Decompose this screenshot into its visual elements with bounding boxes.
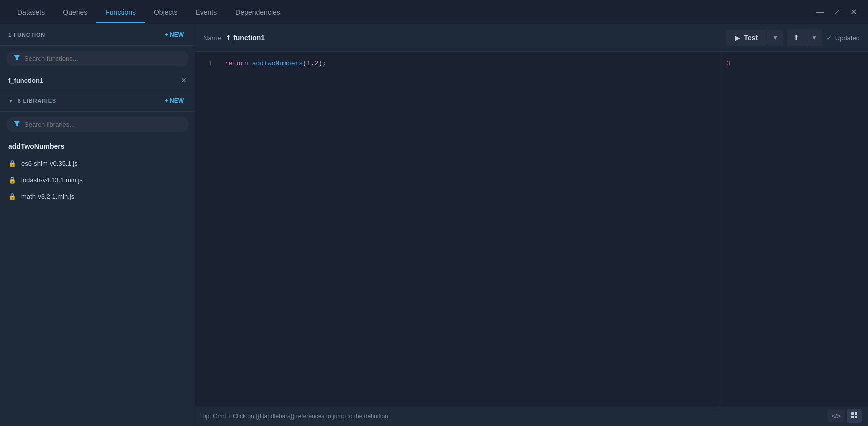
nav-item-objects[interactable]: Objects [145,1,186,23]
maximize-button[interactable]: ⤢ [831,4,843,20]
tip-text: Tip: Cmd + Click on {{Handlebars}} refer… [201,413,390,420]
minimize-button[interactable]: — [813,5,827,20]
main-content: 1 FUNCTION + NEW f_function1 ✕ [0,24,868,426]
library-list: addTwoNumbers 🔒 es6-shim-v0.35.1.js 🔒 lo… [0,137,195,426]
nav-item-functions[interactable]: Functions [96,1,145,23]
library-name-es6-shim: es6-shim-v0.35.1.js [21,160,78,167]
save-dropdown-button[interactable]: ▼ [806,30,822,45]
library-name-lodash: lodash-v4.13.1.min.js [21,176,83,184]
code-line-1[interactable]: return addTwoNumbers(1,2); [225,58,714,69]
filter-libraries-icon [13,120,20,129]
keyword-return: return [225,60,248,67]
code-view-button[interactable]: </> [827,410,845,422]
sidebar: 1 FUNCTION + NEW f_function1 ✕ [0,24,195,426]
save-button[interactable]: ⬆ [787,29,806,46]
search-functions-box [6,51,189,66]
svg-rect-4 [851,416,854,418]
svg-rect-5 [855,416,857,418]
play-icon: ▶ [735,34,740,42]
function-item-f_function1[interactable]: f_function1 ✕ [0,71,195,90]
function-list: f_function1 ✕ [0,71,195,90]
toolbar-right: ▶ Test ▼ ⬆ ▼ ✓ Updated [726,29,860,46]
code-editor-container: 1 return addTwoNumbers(1,2); 3 [195,52,868,406]
functions-header: 1 FUNCTION + NEW [0,24,195,46]
library-name-addTwoNumbers: addTwoNumbers [8,142,65,150]
line-number-1: 1 [203,58,212,69]
arg-1: 1 [307,60,311,67]
svg-marker-1 [14,121,20,126]
test-dropdown-button[interactable]: ▼ [767,30,783,45]
line-numbers: 1 [195,58,221,400]
output-value: 3 [726,58,730,69]
libraries-count-label: ▼ 6 LIBRARIES [8,98,56,104]
search-libraries-box [6,117,189,132]
close-button[interactable]: ✕ [847,4,860,20]
function-title: f_function1 [227,34,265,42]
punc-open: ( [303,60,307,67]
new-library-button[interactable]: + NEW [162,96,187,105]
test-button-group: ▶ Test ▼ [726,30,783,46]
updated-label: Updated [835,34,860,42]
code-editor[interactable]: 1 return addTwoNumbers(1,2); [195,52,718,406]
library-item-math[interactable]: 🔒 math-v3.2.1.min.js [0,188,195,205]
nav-item-events[interactable]: Events [186,1,226,23]
editor-toolbar: Name f_function1 ▶ Test ▼ ⬆ ▼ [195,24,868,52]
libraries-section: ▼ 6 LIBRARIES + NEW addTwoNumbers 🔒 [0,90,195,426]
save-button-group: ⬆ ▼ [787,29,822,46]
output-panel: 3 [718,52,868,406]
new-function-button[interactable]: + NEW [162,30,187,39]
library-item-addTwoNumbers[interactable]: addTwoNumbers [0,137,195,155]
nav-items: Datasets Queries Functions Objects Event… [8,1,289,23]
check-icon: ✓ [826,34,832,42]
nav-item-datasets[interactable]: Datasets [8,1,54,23]
functions-count-label: 1 FUNCTION [8,32,45,38]
filter-icon [13,54,20,63]
library-item-es6-shim[interactable]: 🔒 es6-shim-v0.35.1.js [0,155,195,172]
nav-item-dependencies[interactable]: Dependencies [226,1,289,23]
code-content[interactable]: return addTwoNumbers(1,2); [221,58,718,400]
function-call: addTwoNumbers [252,60,303,67]
search-libraries-input[interactable] [24,121,182,128]
functions-count: 1 FUNCTION [8,32,45,38]
search-functions-input[interactable] [24,55,182,62]
top-navigation: Datasets Queries Functions Objects Event… [0,0,868,24]
upload-icon: ⬆ [793,33,800,42]
libraries-count: 6 LIBRARIES [18,98,56,104]
test-run-button[interactable]: ▶ Test [726,30,767,46]
window-controls: — ⤢ ✕ [813,4,860,20]
functions-section: 1 FUNCTION + NEW f_function1 ✕ [0,24,195,90]
libraries-chevron-icon[interactable]: ▼ [8,98,14,104]
svg-rect-2 [851,412,854,415]
updated-status: ✓ Updated [826,34,860,42]
library-item-lodash[interactable]: 🔒 lodash-v4.13.1.min.js [0,172,195,188]
test-btn-label: Test [744,34,758,42]
name-label: Name [203,34,221,42]
editor-bottom-toolbar: Tip: Cmd + Click on {{Handlebars}} refer… [195,406,868,426]
grid-view-button[interactable] [847,409,862,423]
svg-marker-0 [14,55,20,60]
punc-semi: ; [322,60,326,67]
library-name-math: math-v3.2.1.min.js [21,193,74,200]
lock-icon-lodash: 🔒 [8,176,16,184]
lock-icon-math: 🔒 [8,193,16,200]
function-name: f_function1 [8,77,43,84]
libraries-header: ▼ 6 LIBRARIES + NEW [0,90,195,112]
punc-close: ) [318,60,322,67]
view-toggle: </> [827,409,862,423]
svg-rect-3 [855,412,857,415]
editor-area: Name f_function1 ▶ Test ▼ ⬆ ▼ [195,24,868,426]
lock-icon-es6: 🔒 [8,160,16,167]
nav-item-queries[interactable]: Queries [54,1,96,23]
remove-function-icon[interactable]: ✕ [181,76,187,84]
